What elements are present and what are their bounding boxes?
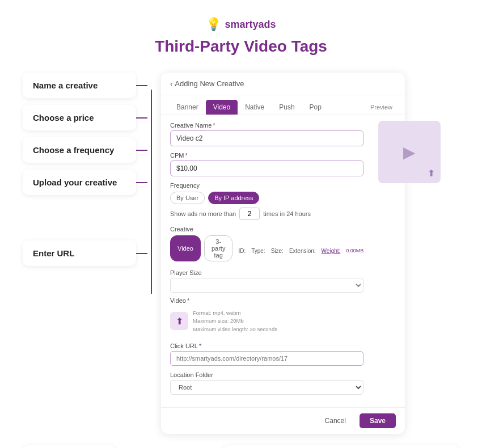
step-name-creative: Name a creative: [23, 73, 136, 98]
show-suffix: times in 24 hours: [263, 210, 311, 217]
creative-name-input[interactable]: [170, 130, 363, 146]
freq-number-input[interactable]: [239, 208, 260, 220]
step-upload-creative: Upload your creative: [23, 170, 136, 195]
preview-tab-label: Preview: [329, 100, 397, 115]
freq-buttons: By User By IP address: [170, 192, 363, 204]
freq-btn-ip[interactable]: By IP address: [208, 192, 259, 204]
click-url-section: Click URL *: [170, 343, 363, 366]
creative-label: Creative: [170, 226, 363, 233]
player-size-label: Player Size: [170, 269, 363, 276]
form-header: ‹ Adding New Creative: [161, 73, 405, 95]
cpm-label: CPM *: [170, 152, 363, 159]
logo-icon: 💡: [206, 17, 221, 32]
form-panel: ‹ Adding New Creative Banner Video Nativ…: [161, 73, 405, 434]
bottom-creative-card: Creative Image 3-party tag 3-party tags …: [23, 445, 116, 448]
upload-icon: ⬆: [176, 316, 183, 327]
result-arrow-area: ◀ This is what you get as a result: [133, 445, 206, 448]
player-size-row: Player Size: [170, 269, 363, 293]
player-size-select[interactable]: [170, 278, 363, 293]
creative-btn-video[interactable]: Video: [170, 235, 201, 261]
freq-show-row: Show ads no more than times in 24 hours: [170, 208, 363, 220]
click-url-input[interactable]: [170, 351, 363, 366]
save-result-area: Save your result Save: [223, 445, 459, 448]
creative-name-label: Creative Name *: [170, 122, 363, 129]
upload-hints: Format: mp4, webm Maximum size: 20Mb Max…: [193, 309, 277, 333]
video-label: Video *: [170, 297, 363, 304]
play-icon: ▶: [403, 143, 416, 162]
location-label: Location Folder: [170, 371, 363, 378]
freq-btn-user[interactable]: By User: [170, 192, 205, 204]
frequency-section: Frequency By User By IP address Show ads…: [170, 182, 363, 220]
form-fields: Creative Name * CPM *: [161, 115, 373, 407]
upload-arrow-icon: ⬆: [428, 168, 435, 179]
frequency-label: Frequency: [170, 182, 363, 189]
form-footer: Cancel Save: [161, 407, 405, 434]
creative-table-header: ID: Type: Size: Extension: Weight: 0.00M…: [238, 246, 363, 256]
tab-native[interactable]: Native: [238, 100, 272, 115]
location-row: Location Folder Root: [170, 371, 363, 395]
cpm-input[interactable]: [170, 160, 363, 176]
page-container: 💡 smartyads Third-Party Video Tags Name …: [0, 0, 482, 448]
tab-push[interactable]: Push: [272, 100, 302, 115]
req-star: *: [213, 122, 215, 129]
creative-section: Creative Video 3-party tag ID: Type: Siz…: [170, 226, 363, 337]
form-body: Creative Name * CPM *: [161, 115, 373, 407]
logo-text: smartyads: [225, 19, 276, 31]
logo-area: 💡 smartyads: [23, 17, 459, 32]
click-url-label: Click URL *: [170, 343, 363, 349]
breadcrumb-arrow: ‹: [170, 79, 172, 88]
save-button[interactable]: Save: [360, 413, 396, 428]
steps-column: Name a creative Choose a price Choose a …: [23, 73, 142, 273]
video-upload-row: ⬆ Format: mp4, webm Maximum size: 20Mb M…: [170, 306, 363, 337]
breadcrumb-text: Adding New Creative: [175, 79, 244, 88]
show-label: Show ads no more than: [170, 210, 236, 217]
step-choose-price: Choose a price: [23, 105, 136, 130]
tab-banner[interactable]: Banner: [169, 100, 206, 115]
preview-area: ▶ ⬆: [378, 115, 446, 407]
location-select[interactable]: Root: [170, 380, 363, 395]
cpm-row: CPM *: [170, 152, 363, 176]
upload-icon-box: ⬆: [170, 312, 188, 330]
cancel-button[interactable]: Cancel: [317, 413, 354, 428]
creative-btn-3party[interactable]: 3-party tag: [204, 235, 232, 261]
vertical-connector: [151, 90, 152, 294]
page-title: Third-Party Video Tags: [23, 37, 459, 56]
step-choose-frequency: Choose a frequency: [23, 137, 136, 163]
form-tabs: Banner Video Native Push Pop Preview: [161, 95, 405, 115]
video-row: Video * ⬆ Format: mp4, webm Ma: [170, 297, 363, 337]
step-enter-url: Enter URL: [23, 240, 136, 266]
creative-name-row: Creative Name *: [170, 122, 363, 146]
bottom-layout: Creative Image 3-party tag 3-party tags …: [23, 445, 459, 448]
save-card: Save your result: [223, 445, 459, 448]
preview-box: ▶ ⬆: [378, 121, 441, 183]
tab-video[interactable]: Video: [206, 100, 238, 115]
creative-btns: Video 3-party tag: [170, 235, 232, 261]
tab-pop[interactable]: Pop: [302, 100, 329, 115]
